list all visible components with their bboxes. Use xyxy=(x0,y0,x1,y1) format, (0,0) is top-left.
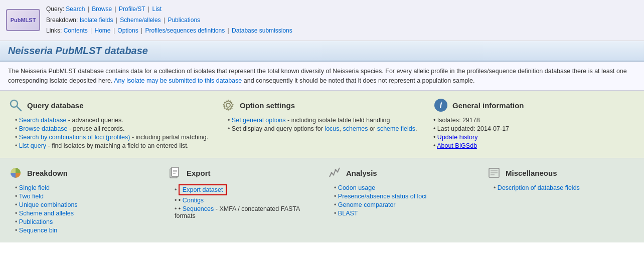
list-item: Search by combinations of loci (profiles… xyxy=(15,134,211,141)
pie-chart-icon xyxy=(8,165,23,180)
last-updated-value: 2014-07-17 xyxy=(477,125,509,132)
svg-point-10 xyxy=(333,174,335,176)
list-item: • Contigs xyxy=(175,197,317,204)
breakdown-row: Breakdown: Isolate fields | Scheme/allel… xyxy=(46,15,292,26)
list-item: Search database - advanced queries. xyxy=(15,117,211,124)
description-submit-link[interactable]: Any isolate may be submitted to this dat… xyxy=(114,77,242,84)
query-search-link[interactable]: Search xyxy=(66,6,85,13)
miscellaneous-list: Description of database fields xyxy=(487,184,636,191)
export-icon xyxy=(168,165,183,180)
analysis-header: Analysis xyxy=(327,165,476,180)
export-dataset-button[interactable]: Export dataset xyxy=(179,184,227,195)
isolates-value: 29178 xyxy=(462,117,480,124)
analysis-icon xyxy=(327,165,342,180)
list-item: Presence/absence status of loci xyxy=(334,193,476,200)
query-profilest-link[interactable]: Profile/ST xyxy=(119,6,145,13)
breakdown-isolate-fields-link[interactable]: Isolate fields xyxy=(80,17,113,24)
sequence-bin-link[interactable]: Sequence bin xyxy=(19,227,57,234)
gear-icon xyxy=(221,98,236,113)
logo-text: PubMLST xyxy=(11,17,36,23)
list-item: Scheme and alleles xyxy=(15,210,157,217)
single-field-link[interactable]: Single field xyxy=(19,184,50,191)
nav-submissions-link[interactable]: Database submissions xyxy=(232,27,292,34)
search-loci-link[interactable]: Search by combinations of loci (profiles… xyxy=(19,134,130,141)
header-links: Query: Search | Browse | Profile/ST | Li… xyxy=(46,4,292,37)
query-label: Query: xyxy=(46,6,64,13)
svg-point-11 xyxy=(335,169,337,171)
query-database-list: Search database - advanced queries. Brow… xyxy=(8,117,211,149)
links-label: Links: xyxy=(46,27,62,34)
breakdown-scheme-alleles-link[interactable]: Scheme/alleles xyxy=(120,17,160,24)
general-information-header: i General information xyxy=(433,98,636,113)
breakdown-publications-link[interactable]: Publications xyxy=(168,17,200,24)
locus-link[interactable]: locus xyxy=(325,125,339,132)
update-history-link[interactable]: Update history xyxy=(437,134,478,141)
scheme-and-alleles-link[interactable]: Scheme and alleles xyxy=(19,210,74,217)
miscellaneous-header: Miscellaneous xyxy=(487,165,636,180)
export-header: Export xyxy=(168,165,317,180)
scheme-fields-link[interactable]: scheme fields xyxy=(377,125,415,132)
list-item: Description of database fields xyxy=(494,184,636,191)
publications-link[interactable]: Publications xyxy=(19,218,53,225)
export-list: Export dataset • Contigs • Sequences - X… xyxy=(168,184,317,219)
footer-space xyxy=(0,242,644,247)
search-database-link[interactable]: Search database xyxy=(19,117,67,124)
genome-comparator-link[interactable]: Genome comparator xyxy=(338,201,396,208)
logo: PubMLST xyxy=(6,9,40,31)
breakdown-panel: Breakdown Single field Two field Unique … xyxy=(8,165,157,235)
last-updated-info: Last updated: 2014-07-17 xyxy=(433,125,636,132)
list-item: Set display and query options for locus,… xyxy=(228,125,423,132)
option-settings-header: Option settings xyxy=(221,98,423,113)
nav-options-link[interactable]: Options xyxy=(117,27,138,34)
list-item: Unique combinations xyxy=(15,201,157,208)
nav-home-link[interactable]: Home xyxy=(95,27,111,34)
list-item: List query - find isolates by matching a… xyxy=(15,142,211,149)
description-text-after: and consequently it should be noted that… xyxy=(242,77,474,84)
svg-point-12 xyxy=(337,171,339,173)
export-panel: Export Export dataset • Contigs • Sequen… xyxy=(168,165,317,235)
info-circle-icon: i xyxy=(434,99,447,112)
query-list-link[interactable]: List xyxy=(152,6,162,13)
unique-combinations-link[interactable]: Unique combinations xyxy=(19,201,78,208)
query-database-header: Query database xyxy=(8,98,211,113)
about-bigsdb-link[interactable]: About BIGSdb xyxy=(437,142,477,149)
sequences-link[interactable]: Sequences xyxy=(183,205,214,212)
option-settings-panel: Option settings Set general options - in… xyxy=(221,98,423,151)
presence-absence-link[interactable]: Presence/absence status of loci xyxy=(338,193,427,200)
nav-contents-link[interactable]: Contents xyxy=(64,27,88,34)
query-row: Query: Search | Browse | Profile/ST | Li… xyxy=(46,4,292,15)
svg-point-9 xyxy=(331,172,333,174)
list-item: Two field xyxy=(15,193,157,200)
option-settings-title: Option settings xyxy=(240,101,295,110)
logo-area: PubMLST xyxy=(6,9,40,31)
two-field-link[interactable]: Two field xyxy=(19,193,44,200)
description-db-fields-link[interactable]: Description of database fields xyxy=(498,184,580,191)
query-database-panel: Query database Search database - advance… xyxy=(8,98,211,151)
header: PubMLST Query: Search | Browse | Profile… xyxy=(0,0,644,41)
nav-profiles-link[interactable]: Profiles/sequences definitions xyxy=(145,27,225,34)
option-settings-list: Set general options - including isolate … xyxy=(221,117,423,132)
about-bigsdb-item: About BIGSdb xyxy=(433,142,636,149)
codon-usage-link[interactable]: Codon usage xyxy=(338,184,375,191)
set-general-options-link[interactable]: Set general options xyxy=(232,117,286,124)
svg-point-0 xyxy=(11,100,18,107)
title-bar: Neisseria PubMLST database xyxy=(0,41,644,62)
miscellaneous-panel: Miscellaneous Description of database fi… xyxy=(487,165,636,235)
list-item: Set general options - including isolate … xyxy=(228,117,423,124)
breakdown-header: Breakdown xyxy=(8,165,157,180)
blast-link[interactable]: BLAST xyxy=(338,210,358,217)
breakdown-label: Breakdown: xyxy=(46,17,78,24)
list-item: Single field xyxy=(15,184,157,191)
schemes-link[interactable]: schemes xyxy=(343,125,368,132)
search-icon xyxy=(8,98,23,113)
browse-database-link[interactable]: Browse database xyxy=(19,125,68,132)
list-query-link[interactable]: List query xyxy=(19,142,46,149)
analysis-panel: Analysis Codon usage Presence/absence st… xyxy=(327,165,476,235)
query-browse-link[interactable]: Browse xyxy=(92,6,112,13)
contigs-link[interactable]: Contigs xyxy=(183,197,204,204)
description-area: The Neisseria PubMLST database contains … xyxy=(0,62,644,91)
query-database-title: Query database xyxy=(27,101,84,110)
analysis-title: Analysis xyxy=(346,169,377,177)
breakdown-list: Single field Two field Unique combinatio… xyxy=(8,184,157,234)
info-icon: i xyxy=(433,98,448,113)
